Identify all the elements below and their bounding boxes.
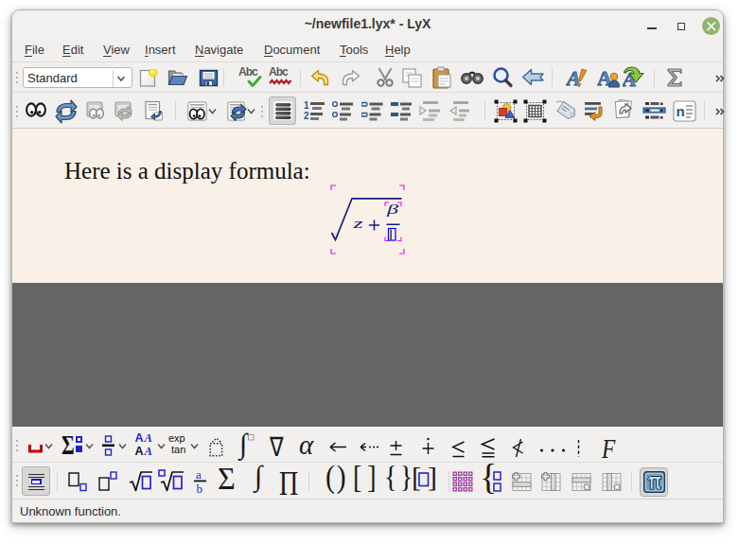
- svg-text:1: 1: [304, 100, 309, 111]
- svg-text:A: A: [135, 445, 144, 458]
- svg-text:z: z: [352, 216, 363, 231]
- svg-text:n: n: [677, 103, 685, 119]
- svg-text:2: 2: [304, 111, 309, 121]
- svg-text:A: A: [144, 445, 152, 458]
- svg-text:b: b: [197, 482, 203, 494]
- svg-text:a: a: [196, 469, 202, 482]
- svg-text:A: A: [144, 431, 152, 445]
- svg-text:A: A: [135, 431, 144, 445]
- svg-text:β: β: [385, 202, 398, 217]
